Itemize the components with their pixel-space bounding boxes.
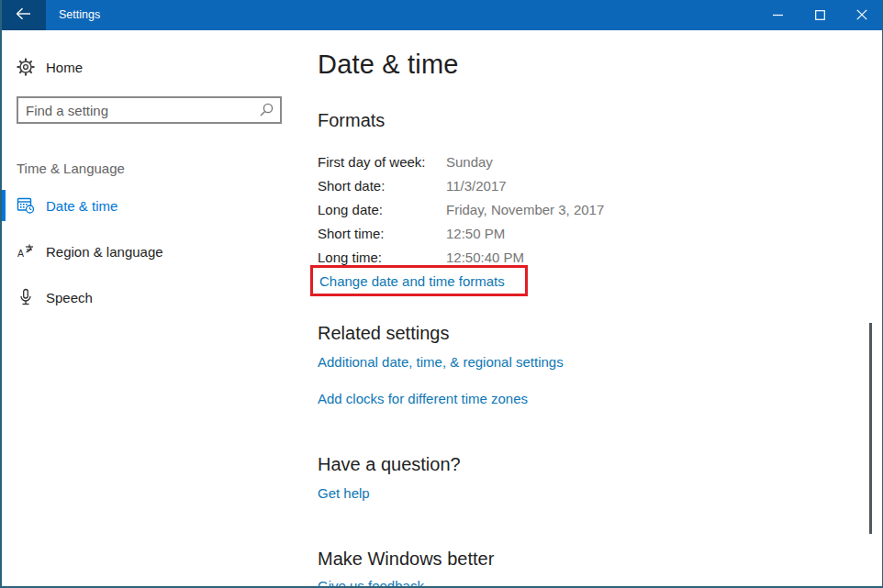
format-value: Friday, November 3, 2017: [446, 202, 604, 217]
close-button[interactable]: [841, 0, 883, 30]
search-icon[interactable]: [252, 102, 280, 118]
format-label: First day of week:: [318, 154, 446, 170]
maximize-button[interactable]: [799, 0, 841, 30]
sidebar-item-label: Date & time: [46, 198, 117, 214]
close-icon: [856, 7, 867, 24]
formats-heading: Formats: [318, 110, 385, 131]
sidebar-item-label: Region & language: [46, 244, 163, 260]
scrollbar-thumb[interactable]: [869, 323, 872, 534]
window-controls: [756, 0, 883, 30]
calendar-clock-icon: [17, 196, 35, 215]
sidebar-item-speech[interactable]: Speech: [2, 280, 305, 315]
sidebar: Home Time & Language: [2, 30, 305, 83]
search-input[interactable]: [18, 98, 252, 122]
sidebar-home-label: Home: [46, 60, 83, 75]
get-help-link[interactable]: Get help: [318, 485, 370, 501]
sidebar-section-header: Time & Language: [17, 161, 125, 176]
format-value: 12:50 PM: [446, 226, 505, 241]
titlebar: Settings: [0, 0, 883, 30]
search-box: [17, 96, 282, 124]
additional-settings-link[interactable]: Additional date, time, & regional settin…: [318, 354, 564, 370]
format-label: Long date:: [318, 202, 446, 217]
related-settings-heading: Related settings: [318, 323, 449, 344]
sidebar-item-label: Speech: [46, 290, 93, 305]
have-a-question-heading: Have a question?: [318, 454, 461, 475]
settings-window: Settings: [0, 0, 883, 588]
format-row: Short date: 11/3/2017: [318, 173, 604, 197]
back-button[interactable]: [0, 0, 46, 30]
format-row: Long date: Friday, November 3, 2017: [318, 197, 604, 221]
window-title: Settings: [59, 0, 756, 30]
minimize-icon: [773, 7, 783, 24]
page-title: Date & time: [318, 50, 459, 80]
sidebar-item-home[interactable]: Home: [2, 50, 305, 83]
format-value: 11/3/2017: [446, 178, 507, 194]
microphone-icon: [17, 288, 35, 306]
back-arrow-icon: [16, 7, 31, 24]
change-formats-link[interactable]: Change date and time formats: [319, 273, 505, 289]
selected-indicator: [2, 190, 6, 221]
format-row: Short time: 12:50 PM: [318, 221, 604, 245]
sidebar-item-region-language[interactable]: A Region & language: [2, 234, 305, 269]
language-icon: A: [17, 242, 35, 261]
give-feedback-link[interactable]: Give us feedback: [318, 578, 424, 588]
minimize-button[interactable]: [756, 0, 799, 30]
make-windows-better-heading: Make Windows better: [318, 549, 494, 570]
format-value: 12:50:40 PM: [446, 250, 524, 265]
format-value: Sunday: [446, 154, 493, 170]
format-row: First day of week: Sunday: [318, 150, 604, 173]
format-label: Long time:: [318, 250, 446, 265]
formats-table: First day of week: Sunday Short date: 11…: [318, 150, 604, 269]
sidebar-nav: Date & time A Region & languag: [2, 188, 305, 326]
add-clocks-link[interactable]: Add clocks for different time zones: [318, 391, 528, 406]
annotation-highlight-box: Change date and time formats: [310, 265, 528, 296]
gear-icon: [17, 58, 35, 76]
svg-text:A: A: [17, 248, 24, 259]
format-label: Short date:: [318, 178, 446, 194]
sidebar-item-date-time[interactable]: Date & time: [2, 188, 305, 223]
format-label: Short time:: [318, 226, 446, 241]
maximize-icon: [815, 7, 825, 24]
